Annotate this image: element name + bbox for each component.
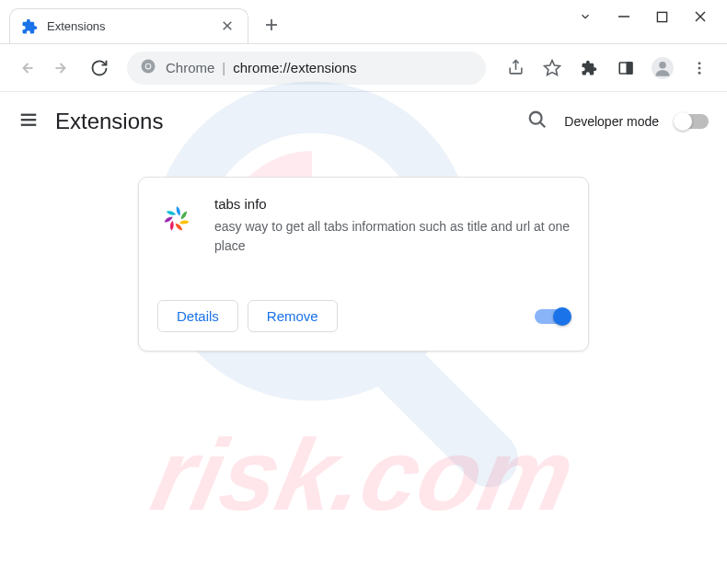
svg-point-22 [698, 71, 701, 74]
tab-title: Extensions [47, 19, 218, 33]
svg-rect-26 [21, 119, 37, 121]
chrome-icon [140, 58, 156, 78]
side-panel-icon[interactable] [609, 52, 642, 85]
profile-avatar-icon[interactable] [646, 52, 679, 85]
svg-point-12 [146, 63, 151, 68]
svg-point-19 [659, 61, 666, 68]
svg-rect-17 [628, 63, 632, 74]
svg-marker-14 [545, 60, 560, 75]
extensions-puzzle-icon[interactable] [572, 52, 606, 85]
details-button[interactable]: Details [157, 300, 238, 332]
browser-tab[interactable]: Extensions [9, 8, 248, 43]
new-tab-button[interactable] [258, 13, 285, 40]
svg-rect-1 [657, 12, 666, 21]
reload-button[interactable] [85, 53, 114, 83]
window-minimize-icon[interactable] [617, 10, 630, 27]
extension-description: easy way to get all tabs information suc… [214, 217, 570, 256]
svg-rect-25 [21, 114, 37, 116]
window-dropdown-icon[interactable] [579, 10, 592, 27]
svg-point-20 [698, 62, 701, 64]
hamburger-menu-icon[interactable] [18, 110, 39, 133]
tab-close-icon[interactable] [218, 18, 237, 35]
share-icon[interactable] [499, 52, 532, 85]
extension-enable-toggle[interactable] [535, 309, 570, 324]
search-icon[interactable] [527, 110, 548, 133]
svg-point-21 [698, 66, 701, 69]
svg-point-28 [530, 112, 542, 124]
extension-puzzle-icon [21, 18, 38, 35]
address-bar[interactable]: Chrome | chrome://extensions [127, 52, 486, 85]
extension-app-icon [157, 200, 196, 238]
svg-rect-27 [21, 124, 37, 126]
page-title: Extensions [55, 109, 163, 134]
window-close-icon[interactable] [694, 10, 707, 27]
kebab-menu-icon[interactable] [683, 52, 716, 85]
forward-button[interactable] [48, 53, 77, 83]
remove-button[interactable]: Remove [248, 300, 338, 332]
omnibox-url: chrome://extensions [233, 60, 356, 75]
developer-mode-toggle[interactable] [675, 114, 709, 129]
watermark-text: risk.com [143, 416, 583, 533]
back-button[interactable] [11, 53, 40, 83]
omnibox-divider: | [222, 60, 225, 75]
extension-card: tabs info easy way to get all tabs infor… [138, 177, 589, 352]
window-maximize-icon[interactable] [656, 10, 668, 27]
svg-rect-24 [362, 331, 529, 499]
bookmark-star-icon[interactable] [536, 52, 569, 85]
omnibox-scheme: Chrome [166, 60, 214, 75]
extension-name: tabs info [214, 196, 570, 212]
svg-line-29 [540, 122, 546, 128]
developer-mode-label: Developer mode [564, 114, 659, 129]
